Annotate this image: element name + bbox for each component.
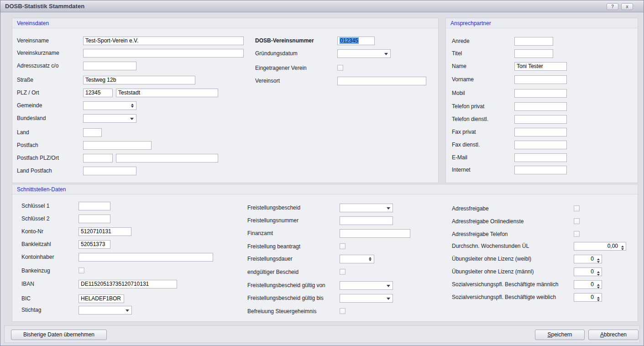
adressfreigabe-checkbox[interactable]	[574, 205, 580, 211]
bic-label: BIC	[21, 295, 31, 302]
help-button[interactable]: ?	[607, 3, 618, 10]
gemeinde-spinner[interactable]	[83, 101, 136, 110]
dialog-window: DOSB-Statistik Stammdaten ? x Vereinsdat…	[0, 0, 644, 346]
spinner-down-icon[interactable]	[131, 106, 134, 108]
mobil-input[interactable]	[514, 89, 567, 98]
bankeinzug-label: Bankeinzug	[21, 267, 50, 274]
vereinsort-input[interactable]	[337, 77, 426, 85]
anrede-input[interactable]	[514, 37, 553, 46]
stichtag-dropdown[interactable]	[79, 306, 132, 315]
spinner-down-icon[interactable]	[369, 259, 372, 261]
plz-input[interactable]: 12345	[83, 89, 113, 97]
spinner-down-icon[interactable]	[621, 248, 624, 250]
kontoinhaber-input[interactable]	[79, 253, 213, 262]
dosb-vereinsnummer-input[interactable]: 012345	[337, 37, 375, 45]
spinner-up-icon[interactable]	[131, 104, 134, 105]
sozialvers-maennlich-label: Sozialversichungspfl. Beschäftigte männl…	[452, 281, 558, 288]
spinner-down-icon[interactable]	[597, 287, 600, 288]
ort-input[interactable]: Teststadt	[116, 89, 218, 97]
finanzamt-input[interactable]	[340, 229, 410, 238]
spinner-up-icon[interactable]	[597, 284, 600, 286]
spinner-down-icon[interactable]	[597, 274, 600, 276]
telefon-privat-input[interactable]	[514, 102, 567, 111]
freistellung-beantragt-checkbox[interactable]	[340, 243, 346, 249]
uebungsleiter-weibl-label: Übungsleiter ohne Lizenz (weibl)	[452, 256, 531, 262]
spinner-down-icon[interactable]	[597, 299, 600, 301]
dosb-vereinsnummer-label: DOSB-Vereinsnummer	[255, 37, 314, 44]
freistellungsdauer-label: Freistellungsdauer	[247, 256, 293, 262]
gemeinde-label: Gemeinde	[17, 102, 42, 109]
eingetragener-verein-checkbox[interactable]	[337, 65, 343, 71]
name-input[interactable]: Toni Tester	[514, 62, 567, 71]
postfach-plz-input[interactable]	[83, 154, 113, 163]
freistellungsdauer-spinner[interactable]	[340, 255, 374, 263]
land-postfach-input[interactable]	[83, 167, 136, 175]
bankleitzahl-label: Bankleitzahl	[21, 241, 51, 247]
gueltig-bis-dropdown[interactable]	[340, 294, 393, 303]
freistellung-beantragt-label: Freistellung beantragt	[247, 243, 300, 250]
strasse-input[interactable]: Testweg 12b	[83, 76, 195, 84]
spinner-down-icon[interactable]	[597, 261, 600, 263]
gruendungsdatum-dropdown[interactable]	[337, 49, 391, 58]
panel-ansprechpartner-title: Ansprechpartner	[450, 20, 491, 26]
freistellungsbescheid-label: Freistellungsbescheid	[247, 204, 300, 211]
spinner-up-icon[interactable]	[597, 258, 600, 260]
adressfreigabe-telefon-label: Adressfreigabe Telefon	[452, 231, 508, 237]
postfach-input[interactable]	[83, 141, 152, 150]
take-over-data-button[interactable]: Bisherige Daten übernehmen	[11, 330, 107, 340]
freistellungsnummer-input[interactable]	[340, 216, 393, 225]
telefon-privat-label: Telefon privat	[452, 103, 484, 110]
titel-label: Titel	[452, 50, 462, 57]
cancel-label-accel: A	[600, 331, 604, 338]
bic-input[interactable]: HELADEF1BOR	[79, 294, 124, 303]
internet-input[interactable]	[514, 166, 567, 174]
land-input[interactable]	[83, 128, 102, 137]
vorname-label: Vorname	[452, 76, 474, 83]
help-icon: ?	[611, 4, 614, 9]
telefon-dienstl-input[interactable]	[514, 115, 567, 124]
konto-nr-label: Konto-Nr	[21, 228, 43, 235]
befreiung-steuergeheimnis-checkbox[interactable]	[340, 308, 346, 314]
bankleitzahl-input[interactable]: 52051373	[79, 240, 110, 249]
freistellungsbescheid-dropdown[interactable]	[340, 204, 393, 212]
chevron-down-icon	[387, 207, 390, 210]
bundesland-dropdown[interactable]	[83, 114, 136, 123]
vereinsname-input[interactable]: Test-Sport-Verein e.V.	[83, 37, 244, 45]
telefon-dienstl-label: Telefon dienstl.	[452, 116, 488, 122]
spinner-up-icon[interactable]	[597, 271, 600, 273]
vereinskurzname-input[interactable]	[83, 49, 244, 58]
konto-nr-input[interactable]: 5120710131	[79, 227, 131, 236]
adresszusatz-input[interactable]	[83, 62, 136, 70]
kontoinhaber-label: Kontoinhaber	[21, 254, 54, 260]
spinner-up-icon[interactable]	[621, 246, 624, 247]
adressfreigabe-online-checkbox[interactable]	[574, 218, 580, 224]
fax-dienstl-input[interactable]	[514, 141, 567, 149]
wochenstunden-uel-spinner[interactable]: 0,00	[574, 242, 626, 251]
email-input[interactable]	[514, 153, 567, 162]
chevron-down-icon	[387, 285, 390, 287]
iban-input[interactable]: DE11520513735120710131	[79, 280, 177, 288]
adressfreigabe-telefon-checkbox[interactable]	[574, 231, 580, 237]
gueltig-von-label: Freistellungsbescheid gültig von	[247, 282, 325, 288]
fax-privat-input[interactable]	[514, 128, 567, 136]
spinner-up-icon[interactable]	[369, 257, 372, 259]
spinner-up-icon[interactable]	[597, 297, 600, 299]
titel-input[interactable]	[514, 49, 553, 58]
schluessel1-input[interactable]	[79, 202, 110, 210]
close-button[interactable]: x	[621, 3, 633, 10]
bankeinzug-checkbox[interactable]	[79, 267, 84, 273]
chevron-down-icon	[387, 298, 390, 300]
panel-ansprechpartner: Ansprechpartner Anrede Titel Name Toni T…	[445, 18, 638, 183]
schluessel1-label: Schlüssel 1	[21, 203, 49, 209]
postfach-ort-input[interactable]	[116, 154, 218, 163]
gruendungsdatum-label: Gründungsdatum	[255, 50, 298, 57]
vorname-input[interactable]	[514, 75, 567, 84]
close-icon: x	[626, 4, 628, 9]
endgueltiger-bescheid-checkbox[interactable]	[340, 269, 346, 275]
gueltig-von-dropdown[interactable]	[340, 281, 393, 290]
schluessel2-input[interactable]	[79, 215, 110, 223]
chevron-down-icon	[126, 309, 129, 312]
cancel-button[interactable]: Abbrechen	[588, 330, 639, 340]
schluessel2-label: Schlüssel 2	[21, 215, 49, 222]
save-button[interactable]: Speichern	[535, 330, 585, 340]
